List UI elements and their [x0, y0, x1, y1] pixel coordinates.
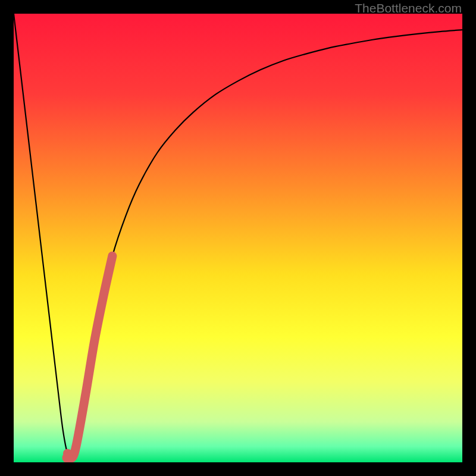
chart-svg — [14, 14, 462, 462]
attribution-text: TheBottleneck.com — [355, 1, 462, 15]
plot-area — [14, 14, 462, 462]
chart-frame: TheBottleneck.com — [0, 0, 476, 476]
